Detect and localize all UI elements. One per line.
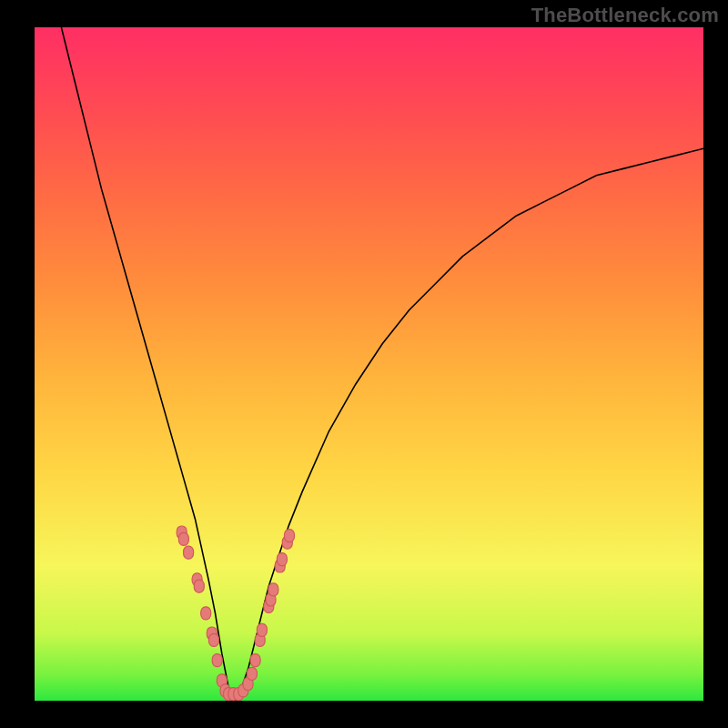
data-point <box>268 583 278 596</box>
data-point <box>194 580 204 592</box>
data-point <box>184 546 194 559</box>
data-point <box>247 667 257 680</box>
data-point <box>250 654 260 667</box>
data-point <box>257 623 267 636</box>
data-point <box>201 607 211 620</box>
data-point <box>212 654 222 667</box>
data-point <box>209 633 219 646</box>
chart-frame: TheBottleneck.com <box>0 0 728 728</box>
watermark-text: TheBottleneck.com <box>531 4 719 27</box>
chart-overlay <box>35 27 703 701</box>
bottleneck-curve <box>61 27 703 701</box>
data-point <box>285 530 295 542</box>
data-points <box>177 526 294 701</box>
data-point <box>277 553 287 566</box>
data-point <box>178 532 188 545</box>
